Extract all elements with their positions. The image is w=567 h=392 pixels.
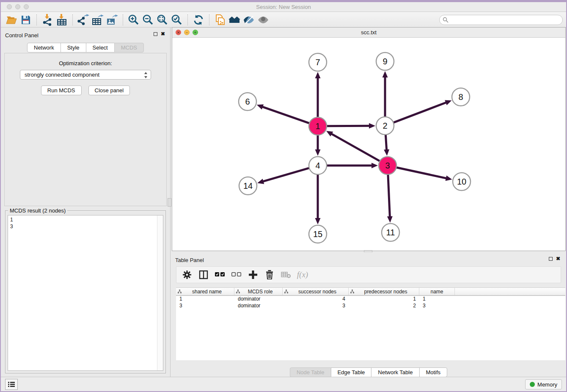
graph-edge-1-2[interactable]	[327, 126, 370, 126]
zoom-selected-icon[interactable]	[170, 14, 184, 26]
network-window-titlebar[interactable]: ✕ − + scc.txt	[172, 28, 565, 38]
cell-successor-nodes[interactable]: 3	[283, 303, 349, 309]
tab-network-table[interactable]: Network Table	[371, 367, 419, 377]
deselect-all-icon[interactable]	[230, 268, 243, 281]
tab-motifs[interactable]: Motifs	[419, 367, 447, 377]
graph-edge-arrowhead	[315, 218, 321, 224]
result-scrollbar[interactable]	[157, 215, 163, 370]
dropdown-stepper-icon	[144, 72, 148, 81]
search-icon	[443, 17, 449, 25]
column-header-name[interactable]: name	[419, 288, 455, 295]
float-panel-icon[interactable]	[154, 32, 157, 36]
control-panel-title: Control Panel	[5, 32, 39, 39]
graph-edge-arrowhead	[257, 104, 264, 109]
duplicate-network-icon[interactable]	[213, 14, 227, 26]
graph-node-label-10: 10	[457, 177, 466, 186]
show-eye-icon[interactable]	[256, 14, 270, 26]
criterion-value: strongly connected component	[25, 72, 99, 78]
home-view-icon[interactable]	[227, 14, 242, 26]
zoom-in-icon[interactable]	[127, 14, 141, 26]
cell-successor-nodes[interactable]: 4	[283, 296, 349, 303]
graph-edge-2-3[interactable]	[385, 135, 386, 150]
tab-mcds[interactable]: MCDS	[114, 43, 144, 52]
cell-predecessor-nodes[interactable]: 1	[349, 296, 419, 303]
toolbar-separator	[72, 14, 73, 25]
cell-shared-name[interactable]: 3	[176, 303, 234, 309]
table-tabs: Node TableEdge TableNetwork TableMotifs	[290, 367, 447, 377]
export-table-icon[interactable]	[91, 14, 105, 26]
run-mcds-button[interactable]: Run MCDS	[41, 86, 82, 95]
graph-edge-3-10[interactable]	[396, 167, 447, 178]
graph-edge-4-14[interactable]	[263, 168, 309, 182]
tab-style[interactable]: Style	[61, 43, 86, 52]
app-titlebar: Session: New Session	[1, 2, 566, 12]
close-panel-button[interactable]: Close panel	[88, 86, 130, 95]
cell-shared-name[interactable]: 1	[176, 296, 234, 303]
delete-table-icon[interactable]	[280, 268, 292, 281]
network-canvas[interactable]: 7968124314101511	[172, 38, 565, 251]
select-all-icon[interactable]	[214, 268, 226, 281]
table-row[interactable]: 3dominator323	[176, 303, 565, 309]
tab-network[interactable]: Network	[27, 43, 61, 52]
task-history-button[interactable]	[5, 379, 18, 390]
tab-node-table[interactable]: Node Table	[290, 367, 331, 377]
graph-node-label-4: 4	[315, 161, 320, 170]
column-header-shared-name[interactable]: shared name	[176, 288, 234, 295]
cell-MCDS-role[interactable]: dominator	[234, 303, 283, 309]
graph-edge-arrowhead	[369, 123, 375, 129]
toolbar-separator	[123, 14, 123, 25]
cell-name[interactable]: 3	[419, 303, 455, 309]
column-header-predecessor-nodes[interactable]: predecessor nodes	[349, 288, 419, 295]
graph-edge-arrowhead	[257, 179, 264, 184]
graph-edge-arrowhead	[372, 163, 378, 168]
table-header-row: shared nameMCDS rolesuccessor nodesprede…	[176, 288, 565, 296]
graph-edge-1-6[interactable]	[262, 107, 309, 123]
search-input[interactable]	[439, 15, 563, 25]
add-column-plus-icon[interactable]	[247, 268, 259, 281]
mcds-result-area[interactable]: 1 3	[8, 215, 163, 371]
zoom-fit-icon[interactable]	[155, 14, 170, 26]
import-table-icon[interactable]	[55, 14, 69, 26]
graph-node-label-14: 14	[243, 181, 253, 190]
import-network-icon[interactable]	[40, 14, 55, 26]
graph-edge-2-8[interactable]	[394, 102, 447, 123]
refresh-layout-icon[interactable]	[191, 14, 206, 26]
session-title: Session: New Session	[1, 4, 566, 10]
tab-edge-table[interactable]: Edge Table	[330, 367, 372, 377]
memory-button[interactable]: Memory	[525, 379, 562, 389]
cell-predecessor-nodes[interactable]: 2	[349, 303, 419, 309]
table-panel: Table Panel ✖	[171, 252, 566, 378]
memory-label: Memory	[537, 381, 557, 388]
zoom-out-icon[interactable]	[141, 14, 155, 26]
column-header-successor-nodes[interactable]: successor nodes	[283, 288, 349, 295]
close-table-panel-icon[interactable]: ✖	[556, 257, 560, 261]
export-network-icon[interactable]	[76, 14, 91, 26]
vertical-splitter-grip[interactable]	[168, 198, 171, 207]
tab-select[interactable]: Select	[86, 43, 115, 52]
table-row[interactable]: 1dominator411	[176, 296, 565, 303]
graph-edge-arrowhead	[315, 72, 321, 78]
graph-edge-arrowhead	[387, 216, 393, 223]
cell-MCDS-role[interactable]: dominator	[234, 296, 283, 303]
control-panel: Control Panel ✖ NetworkStyleSelectMCDS O…	[1, 28, 171, 377]
column-header-MCDS-role[interactable]: MCDS role	[234, 288, 283, 295]
optimization-criterion-label: Optimization criterion:	[5, 60, 166, 66]
memory-status-icon	[530, 382, 535, 387]
delete-column-trash-icon[interactable]	[263, 268, 276, 281]
open-folder-icon[interactable]	[4, 14, 19, 26]
graph-node-label-3: 3	[385, 161, 390, 170]
graph-edge-3-1[interactable]	[331, 134, 380, 161]
table-settings-gear-icon[interactable]	[181, 268, 193, 281]
close-panel-icon[interactable]: ✖	[161, 32, 165, 36]
criterion-dropdown[interactable]: strongly connected component	[20, 70, 151, 80]
bird-view-eye-icon[interactable]	[242, 14, 256, 26]
graph-edge-arrowhead	[315, 149, 321, 156]
cell-name[interactable]: 1	[419, 296, 455, 303]
show-columns-icon[interactable]	[197, 268, 210, 281]
float-table-panel-icon[interactable]	[549, 257, 553, 261]
save-floppy-icon[interactable]	[19, 14, 33, 26]
graph-edge-3-11[interactable]	[388, 174, 390, 217]
export-image-icon[interactable]	[105, 14, 119, 26]
graph-node-label-7: 7	[315, 58, 320, 67]
table-panel-title: Table Panel	[175, 257, 204, 263]
